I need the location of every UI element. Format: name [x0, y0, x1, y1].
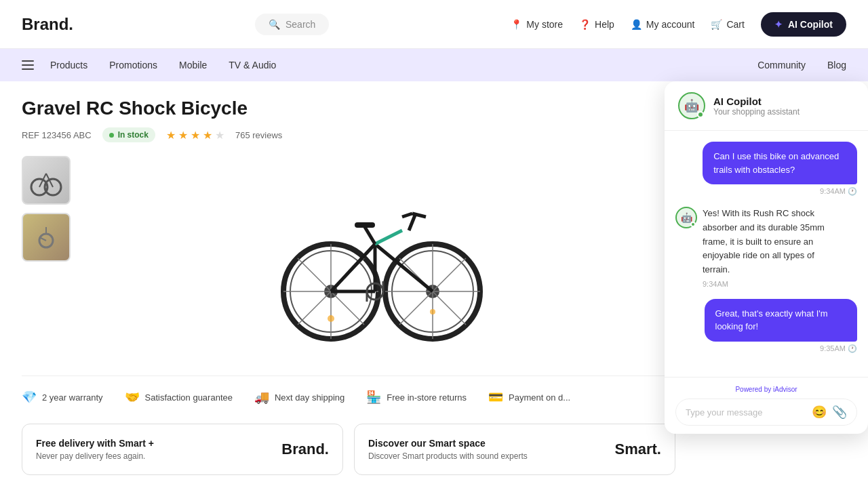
brand-logo[interactable]: Brand. [22, 15, 73, 34]
help-label: Help [595, 19, 614, 30]
stock-dot [109, 133, 114, 138]
attachment-button[interactable]: 📎 [832, 405, 847, 420]
navigation: Products Promotions Mobile TV & Audio Co… [0, 49, 868, 81]
help-action[interactable]: ❓ Help [579, 19, 614, 30]
product-ref: REF 123456 ABC [22, 130, 92, 140]
account-action[interactable]: 👤 My account [631, 19, 695, 30]
search-icon: 🔍 [269, 19, 280, 30]
product-title: Gravel RC Shock Bicycle [22, 98, 675, 119]
account-icon: 👤 [631, 19, 642, 30]
svg-rect-30 [355, 222, 375, 228]
product-layout [22, 156, 675, 359]
feature-payment: 💳 Payment on d... [488, 390, 570, 405]
product-section: Gravel RC Shock Bicycle REF 123456 ABC I… [22, 98, 675, 475]
star-5: ★ [215, 129, 224, 142]
satisfaction-label: Satisfaction guarantee [145, 392, 233, 403]
copilot-name: AI Copilot [713, 96, 800, 107]
svg-point-34 [328, 315, 334, 322]
cart-label: Cart [726, 19, 744, 30]
nav-right: Community Blog [757, 60, 846, 70]
promo-delivery-sub: Never pay delivery fees again. [36, 451, 154, 461]
star-rating: ★ ★ ★ ★ ★ [166, 129, 224, 142]
nav-item-blog[interactable]: Blog [827, 60, 846, 70]
svg-line-29 [365, 227, 375, 244]
message-input[interactable] [686, 407, 806, 418]
product-thumbnails [22, 156, 71, 359]
product-meta: REF 123456 ABC In stock ★ ★ ★ ★ ★ 765 re… [22, 127, 675, 142]
copilot-messages: Can I use this bike on advanced trails w… [665, 131, 868, 377]
payment-icon: 💳 [488, 390, 503, 405]
hamburger-menu[interactable] [22, 60, 34, 70]
star-3: ★ [191, 129, 200, 142]
copilot-subtitle: Your shopping assistant [713, 107, 800, 117]
returns-icon: 🏪 [366, 390, 381, 405]
nav-item-promotions[interactable]: Promotions [109, 60, 157, 70]
search-label: Search [285, 19, 315, 30]
shipping-icon: 🚚 [254, 390, 269, 405]
promo-card-smart[interactable]: Discover our Smart space Discover Smart … [354, 424, 675, 475]
emoji-button[interactable]: 😊 [812, 405, 827, 420]
copilot-btn-label: AI Copilot [788, 19, 833, 30]
nav-items: Products Promotions Mobile TV & Audio [50, 60, 757, 70]
my-store-action[interactable]: 📍 My store [511, 19, 563, 30]
account-label: My account [646, 19, 695, 30]
hamburger-line [22, 68, 34, 70]
help-icon: ❓ [579, 19, 591, 30]
promo-smart-title: Discover our Smart space [368, 438, 528, 449]
payment-label: Payment on d... [509, 392, 570, 403]
promo-delivery-text: Free delivery with Smart + Never pay del… [36, 438, 154, 461]
promo-card-delivery[interactable]: Free delivery with Smart + Never pay del… [22, 424, 343, 475]
message-input-row[interactable]: 😊 📎 [675, 399, 857, 426]
feature-warranty: 💎 2 year warranty [22, 390, 103, 405]
bot-online-dot [690, 222, 696, 227]
warranty-label: 2 year warranty [42, 392, 103, 403]
my-store-label: My store [526, 19, 563, 30]
thumbnail-2[interactable] [22, 213, 71, 262]
stock-label: In stock [118, 130, 149, 140]
user-message-text-2: Great, that's exactly what I'm looking f… [705, 299, 858, 342]
bot-message-text: Yes! With its Rush RC shock absorber and… [703, 207, 842, 277]
search-bar[interactable]: 🔍 Search [255, 14, 329, 35]
header: Brand. 🔍 Search 📍 My store ❓ Help 👤 My a… [0, 0, 868, 49]
nav-item-tv-audio[interactable]: TV & Audio [229, 60, 276, 70]
nav-item-community[interactable]: Community [757, 60, 806, 70]
promo-smart-text: Discover our Smart space Discover Smart … [368, 438, 528, 461]
user-message-time-1: 9:34AM 🕐 [820, 187, 857, 196]
user-message-1: Can I use this bike on advanced trails w… [675, 142, 857, 196]
nav-item-products[interactable]: Products [50, 60, 87, 70]
bot-message-content: Yes! With its Rush RC shock absorber and… [703, 207, 857, 288]
main-content: Gravel RC Shock Bicycle REF 123456 ABC I… [0, 81, 868, 488]
copilot-footer: Powered by iAdvisor 😊 📎 [665, 377, 868, 434]
shipping-label: Next day shipping [275, 392, 344, 403]
satisfaction-icon: 🤝 [125, 390, 140, 405]
cart-action[interactable]: 🛒 Cart [711, 19, 744, 30]
svg-line-28 [402, 214, 412, 217]
feature-satisfaction: 🤝 Satisfaction guarantee [125, 390, 233, 405]
svg-point-35 [430, 309, 435, 314]
user-message-2: Great, that's exactly what I'm looking f… [677, 299, 857, 353]
feature-shipping: 🚚 Next day shipping [254, 390, 344, 405]
svg-line-25 [375, 230, 402, 244]
copilot-star-icon: ✦ [774, 19, 783, 30]
promo-cards: Free delivery with Smart + Never pay del… [22, 424, 675, 475]
features-bar: 💎 2 year warranty 🤝 Satisfaction guarant… [22, 375, 675, 418]
review-count: 765 reviews [235, 130, 282, 140]
stock-badge: In stock [102, 127, 155, 142]
powered-by: Powered by iAdvisor [675, 386, 857, 393]
ai-copilot-button[interactable]: ✦ AI Copilot [761, 12, 846, 37]
bot-message-1: 🤖 Yes! With its Rush RC shock absorber a… [675, 207, 857, 288]
nav-item-mobile[interactable]: Mobile [179, 60, 207, 70]
cart-icon: 🛒 [711, 19, 722, 30]
copilot-identity: AI Copilot Your shopping assistant [713, 96, 800, 117]
hamburger-line [22, 64, 34, 66]
copilot-panel: 🤖 AI Copilot Your shopping assistant Can… [665, 81, 868, 434]
header-actions: 📍 My store ❓ Help 👤 My account 🛒 Cart ✦ … [511, 12, 846, 37]
star-2: ★ [178, 129, 188, 142]
user-message-text-1: Can I use this bike on advanced trails w… [703, 142, 857, 184]
thumbnail-1[interactable] [22, 156, 71, 205]
bot-avatar: 🤖 [675, 207, 697, 228]
promo-brand-1: Brand. [281, 441, 329, 458]
copilot-header: 🤖 AI Copilot Your shopping assistant [665, 81, 868, 131]
user-message-time-2: 9:35AM 🕐 [820, 344, 857, 353]
returns-label: Free in-store returns [387, 392, 467, 403]
